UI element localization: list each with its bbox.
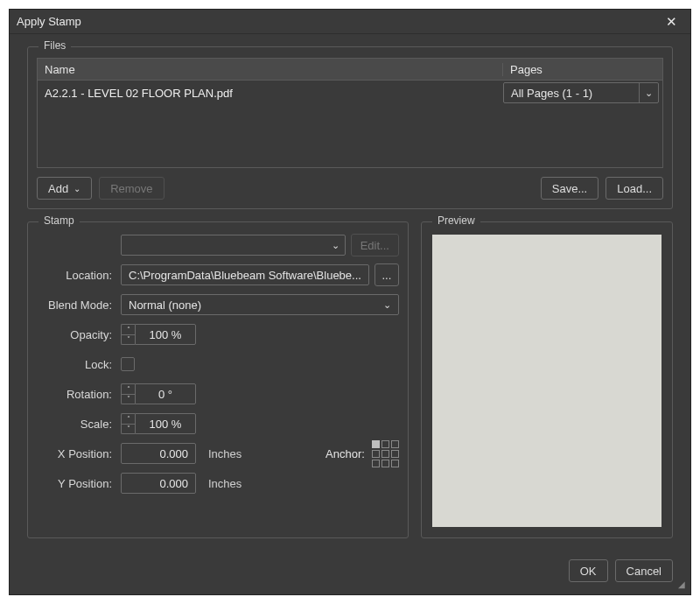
location-field[interactable]: C:\ProgramData\Bluebeam Software\Bluebe.… [121, 264, 369, 285]
mid-row: Stamp ⌄ Edit... Location: C:\ProgramData… [27, 221, 673, 538]
files-legend: Files [38, 39, 71, 52]
anchor-ml[interactable] [372, 450, 380, 458]
rotation-value: 0 ° [135, 383, 196, 404]
cancel-label: Cancel [626, 565, 662, 578]
files-col-pages[interactable]: Pages [503, 63, 662, 76]
file-pages-select[interactable]: All Pages (1 - 1) ⌄ [503, 82, 659, 103]
blend-mode-select[interactable]: Normal (none) ⌄ [121, 294, 399, 315]
cancel-button[interactable]: Cancel [615, 559, 673, 582]
preview-group: Preview [421, 221, 673, 538]
opacity-value: 100 % [135, 324, 196, 345]
load-button[interactable]: Load... [606, 177, 663, 200]
remove-button[interactable]: Remove [99, 177, 164, 200]
file-name-cell: A2.2.1 - LEVEL 02 FLOOR PLAN.pdf [38, 87, 503, 100]
preview-pane [432, 235, 662, 527]
scale-label: Scale: [37, 418, 116, 431]
files-table-body: A2.2.1 - LEVEL 02 FLOOR PLAN.pdf All Pag… [37, 81, 663, 168]
chevron-down-icon: ⌄ [332, 235, 340, 255]
load-label: Load... [617, 182, 652, 195]
anchor-mc[interactable] [382, 450, 389, 458]
chevron-down-icon[interactable]: ˅ [122, 395, 135, 404]
browse-label: ... [382, 269, 392, 282]
lock-checkbox[interactable] [121, 357, 135, 371]
ypos-label: Y Position: [37, 477, 116, 490]
files-button-row: Add ⌄ Remove Save... Load... [37, 177, 663, 200]
files-table-header: Name Pages [37, 58, 663, 81]
anchor-tr[interactable] [391, 440, 399, 448]
chevron-down-icon[interactable]: ˅ [122, 335, 135, 345]
stamp-legend: Stamp [38, 214, 80, 227]
anchor-grid[interactable] [372, 440, 399, 467]
titlebar: Apply Stamp ✕ [10, 10, 690, 34]
window-title: Apply Stamp [17, 15, 81, 28]
xpos-value: 0.000 [159, 447, 188, 460]
lock-label: Lock: [37, 358, 116, 371]
anchor-label: Anchor: [326, 447, 365, 460]
chevron-down-icon[interactable]: ˅ [122, 425, 135, 434]
edit-button[interactable]: Edit... [351, 234, 399, 256]
chevron-down-icon: ⌄ [639, 83, 653, 102]
scale-value: 100 % [135, 413, 196, 434]
anchor-mr[interactable] [391, 450, 399, 458]
anchor-bc[interactable] [382, 460, 389, 467]
close-icon[interactable]: ✕ [659, 14, 683, 30]
chevron-up-icon[interactable]: ˄ [122, 414, 135, 425]
dialog-footer: OK Cancel [10, 551, 690, 594]
scale-spinner[interactable]: ˄ ˅ 100 % [121, 413, 196, 434]
edit-label: Edit... [360, 239, 389, 252]
opacity-spinner[interactable]: ˄ ˅ 100 % [121, 324, 196, 345]
ypos-field[interactable]: 0.000 [121, 473, 196, 494]
save-label: Save... [552, 182, 587, 195]
files-col-name[interactable]: Name [38, 63, 503, 76]
rotation-spinner[interactable]: ˄ ˅ 0 ° [121, 383, 196, 404]
ypos-unit: Inches [208, 477, 242, 490]
files-group: Files Name Pages A2.2.1 - LEVEL 02 FLOOR… [27, 46, 673, 209]
browse-button[interactable]: ... [374, 263, 399, 286]
remove-label: Remove [110, 182, 152, 195]
location-value: C:\ProgramData\Bluebeam Software\Bluebe.… [129, 269, 361, 282]
chevron-up-icon[interactable]: ˄ [122, 325, 135, 335]
preview-legend: Preview [432, 214, 480, 227]
chevron-down-icon: ⌄ [74, 184, 80, 193]
chevron-down-icon: ⌄ [383, 295, 391, 314]
table-row[interactable]: A2.2.1 - LEVEL 02 FLOOR PLAN.pdf All Pag… [38, 81, 662, 105]
xpos-unit: Inches [208, 447, 242, 460]
xpos-label: X Position: [37, 447, 116, 460]
anchor-bl[interactable] [372, 460, 380, 467]
add-label: Add [48, 182, 68, 195]
save-button[interactable]: Save... [541, 177, 598, 200]
anchor-tl[interactable] [372, 440, 380, 448]
location-label: Location: [37, 269, 116, 282]
blend-value: Normal (none) [129, 298, 201, 312]
stamp-select[interactable]: ⌄ [121, 235, 346, 256]
opacity-label: Opacity: [37, 328, 116, 341]
rotation-label: Rotation: [37, 388, 116, 401]
file-pages-value: All Pages (1 - 1) [511, 87, 592, 100]
anchor-br[interactable] [391, 460, 399, 467]
dialog-body: Files Name Pages A2.2.1 - LEVEL 02 FLOOR… [10, 34, 690, 551]
blend-label: Blend Mode: [37, 298, 116, 312]
stamp-group: Stamp ⌄ Edit... Location: C:\ProgramData… [27, 221, 409, 538]
ok-label: OK [580, 565, 597, 578]
ypos-value: 0.000 [159, 477, 188, 490]
apply-stamp-dialog: Apply Stamp ✕ Files Name Pages A2.2.1 - … [9, 9, 691, 595]
add-button[interactable]: Add ⌄ [37, 177, 92, 200]
chevron-up-icon[interactable]: ˄ [122, 384, 135, 395]
xpos-field[interactable]: 0.000 [121, 443, 196, 464]
ok-button[interactable]: OK [569, 559, 608, 582]
anchor-tc[interactable] [382, 440, 389, 448]
